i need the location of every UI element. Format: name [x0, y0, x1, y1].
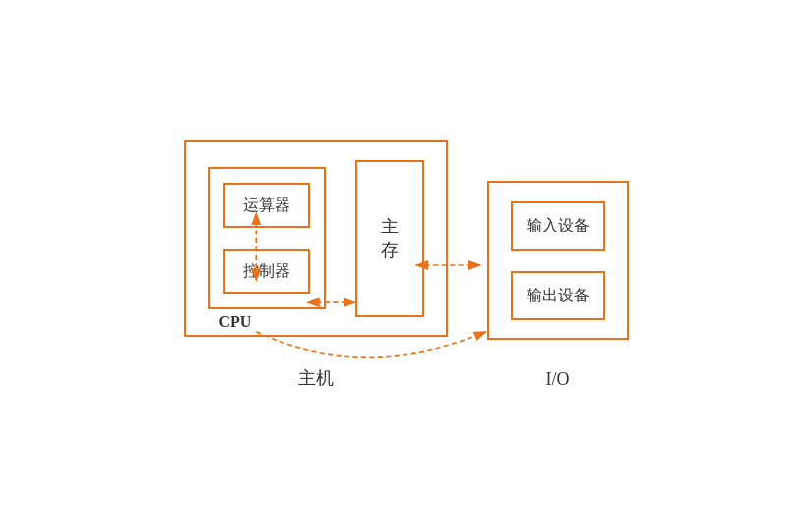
input-device-label: 输入设备	[527, 217, 590, 233]
computer-architecture-diagram: 运算器 控制器 CPU 主存 主机 输入设备	[164, 120, 649, 410]
io-label: I/O	[546, 369, 570, 390]
alu-label: 运算器	[243, 196, 290, 213]
cpu-box: 运算器 控制器 CPU	[208, 167, 326, 309]
controller-label: 控制器	[243, 262, 290, 279]
output-device-box: 输出设备	[511, 271, 605, 320]
cpu-label: CPU	[219, 313, 252, 331]
io-box: 输入设备 输出设备	[487, 181, 629, 340]
controller-box: 控制器	[223, 249, 310, 294]
memory-box: 主存	[355, 160, 424, 317]
input-device-box: 输入设备	[511, 201, 605, 250]
output-device-label: 输出设备	[527, 287, 590, 303]
host-label: 主机	[298, 366, 334, 390]
memory-label: 主存	[375, 215, 405, 262]
io-section: 输入设备 输出设备 I/O	[487, 181, 629, 390]
host-section: 运算器 控制器 CPU 主存 主机	[184, 140, 448, 390]
host-box: 运算器 控制器 CPU 主存	[184, 140, 448, 337]
diagram-wrapper: 运算器 控制器 CPU 主存 主机 输入设备	[164, 120, 649, 410]
alu-box: 运算器	[223, 183, 310, 228]
